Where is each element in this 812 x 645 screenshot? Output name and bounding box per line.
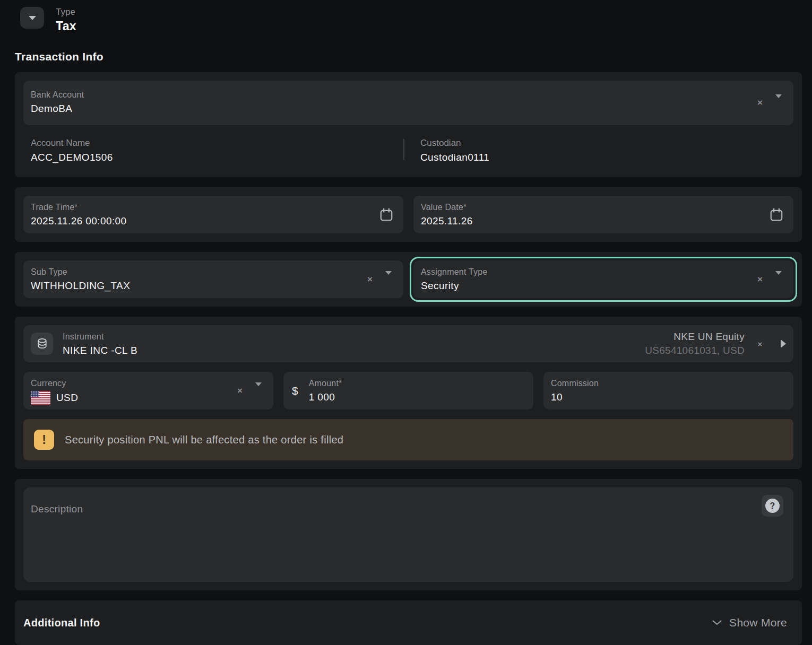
instrument-meta: NKE UN Equity US6541061031, USD [645, 331, 745, 356]
instrument-ticker: NKE UN Equity [645, 331, 745, 343]
assignment-type-select[interactable]: Assignment Type Security × [413, 260, 793, 298]
help-button[interactable]: ? [762, 495, 783, 517]
warning-text: Security position PNL will be affected a… [65, 434, 343, 446]
trade-time-label: Trade Time* [31, 202, 396, 213]
currency-select[interactable]: Currency USD × [23, 372, 273, 409]
clear-icon[interactable]: × [755, 339, 765, 348]
instrument-identifier: US6541061031, USD [645, 345, 745, 356]
value-date-field[interactable]: Value Date* 2025.11.26 [413, 196, 793, 233]
account-name-label: Account Name [31, 138, 403, 149]
bank-account-select[interactable]: Bank Account DemoBA × [23, 81, 793, 125]
trade-time-value: 2025.11.26 00:00:00 [31, 215, 396, 227]
help-icon: ? [765, 499, 780, 513]
type-display: Type Tax [56, 7, 76, 33]
additional-info-title: Additional Info [23, 617, 100, 629]
commission-label: Commission [551, 378, 786, 389]
caret-down-icon[interactable] [775, 275, 782, 284]
type-dropdown-button[interactable] [20, 7, 44, 29]
sub-type-label: Sub Type [31, 267, 396, 277]
instrument-panel: Instrument NIKE INC -CL B NKE UN Equity … [15, 317, 802, 469]
value-date-value: 2025.11.26 [421, 215, 786, 227]
dates-panel: Trade Time* 2025.11.26 00:00:00 Value Da… [15, 187, 802, 242]
account-details-row: Account Name ACC_DEMO1506 Custodian Cust… [23, 136, 793, 169]
commission-field[interactable]: Commission 10 [543, 372, 793, 409]
calendar-icon[interactable] [379, 207, 394, 222]
assignment-type-value: Security [421, 280, 786, 292]
caret-down-icon [29, 16, 36, 20]
amount-label: Amount* [309, 378, 342, 389]
bank-account-value: DemoBA [31, 103, 786, 115]
currency-label: Currency [31, 378, 266, 389]
us-flag-icon [31, 391, 50, 405]
amount-value: 1 000 [309, 391, 342, 403]
trade-time-field[interactable]: Trade Time* 2025.11.26 00:00:00 [23, 196, 403, 233]
clear-icon[interactable]: × [755, 274, 765, 285]
assignment-type-highlight: Assignment Type Security × [410, 257, 797, 302]
instrument-icon-box [31, 333, 53, 355]
coins-icon [35, 337, 49, 351]
description-panel: ? [15, 479, 802, 590]
instrument-value: NIKE INC -CL B [63, 345, 645, 356]
description-input[interactable] [23, 487, 793, 582]
chevron-down-icon [712, 620, 722, 625]
type-value: Tax [56, 19, 76, 33]
warning-banner: ! Security position PNL will be affected… [23, 419, 793, 460]
type-selector-row: Type Tax [20, 7, 802, 33]
chevron-right-icon[interactable] [781, 339, 786, 348]
sub-type-value: WITHHOLDING_TAX [31, 280, 396, 292]
currency-value: USD [56, 392, 78, 404]
clear-icon[interactable]: × [755, 98, 765, 108]
caret-down-icon[interactable] [385, 275, 392, 284]
account-name-value: ACC_DEMO1506 [31, 152, 403, 163]
transaction-form-page: Type Tax Transaction Info Bank Account D… [0, 0, 812, 645]
instrument-label: Instrument [63, 332, 645, 342]
type-fields-panel: Sub Type WITHHOLDING_TAX × Assignment Ty… [15, 252, 802, 307]
type-label: Type [56, 7, 76, 18]
clear-icon[interactable]: × [235, 386, 245, 396]
additional-info-panel: Additional Info Show More [15, 600, 802, 645]
show-more-label: Show More [729, 616, 787, 629]
dollar-sign-icon: $ [292, 385, 298, 397]
bank-account-panel: Bank Account DemoBA × Account Name ACC_D… [15, 72, 802, 177]
instrument-display: Instrument NIKE INC -CL B [63, 332, 645, 356]
amount-field[interactable]: $ Amount* 1 000 [283, 372, 533, 409]
page-title: Transaction Info [15, 50, 802, 63]
custodian-label: Custodian [420, 138, 489, 149]
custodian-value: Custodian0111 [420, 152, 489, 163]
show-more-button[interactable]: Show More [706, 616, 793, 629]
instrument-select[interactable]: Instrument NIKE INC -CL B NKE UN Equity … [23, 325, 793, 362]
caret-down-icon[interactable] [255, 386, 262, 396]
sub-type-select[interactable]: Sub Type WITHHOLDING_TAX × [23, 260, 403, 298]
value-date-label: Value Date* [421, 202, 786, 213]
assignment-type-label: Assignment Type [421, 267, 786, 277]
custodian-display: Custodian Custodian0111 [404, 138, 489, 163]
clear-icon[interactable]: × [365, 274, 375, 285]
caret-down-icon[interactable] [775, 98, 782, 108]
calendar-icon[interactable] [769, 207, 784, 222]
commission-value: 10 [551, 391, 786, 403]
bank-account-label: Bank Account [31, 90, 786, 100]
account-name-display: Account Name ACC_DEMO1506 [23, 138, 403, 163]
warning-icon: ! [34, 430, 54, 450]
